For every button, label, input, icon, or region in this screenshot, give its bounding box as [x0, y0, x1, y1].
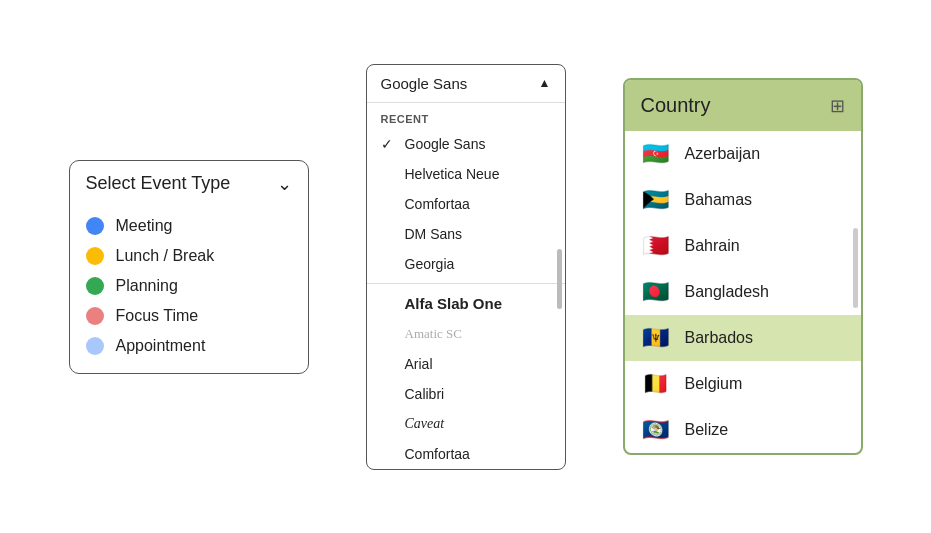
country-dropdown-header[interactable]: Country ⊞: [625, 80, 861, 131]
font-list-item[interactable]: DM Sans: [367, 219, 565, 249]
font-dropdown-header[interactable]: Google Sans ▲: [367, 65, 565, 103]
country-item-label: Barbados: [685, 329, 845, 347]
font-item-label: Alfa Slab One: [405, 295, 551, 312]
checkmark-icon: ✓: [381, 136, 397, 152]
event-type-title: Select Event Type: [86, 173, 231, 194]
event-list-item[interactable]: Lunch / Break: [86, 241, 292, 271]
event-items-list: Meeting Lunch / Break Planning Focus Tim…: [86, 211, 292, 361]
country-list-item[interactable]: 🇧🇿 Belize: [625, 407, 861, 453]
event-item-label: Meeting: [116, 217, 173, 235]
country-body: 🇦🇿 Azerbaijan 🇧🇸 Bahamas 🇧🇭 Bahrain 🇧🇩 B…: [625, 131, 861, 453]
font-section-recent: RECENT: [367, 103, 565, 129]
event-list-item[interactable]: Planning: [86, 271, 292, 301]
event-item-label: Lunch / Break: [116, 247, 215, 265]
font-items-list: ✓ Google Sans Helvetica Neue Comfortaa D…: [367, 129, 565, 469]
country-item-label: Bangladesh: [685, 283, 845, 301]
font-item-label: Helvetica Neue: [405, 166, 551, 182]
country-dropdown[interactable]: Country ⊞ 🇦🇿 Azerbaijan 🇧🇸 Bahamas 🇧🇭 Ba…: [623, 78, 863, 455]
country-dropdown-title: Country: [641, 94, 711, 117]
country-flag-icon: 🇧🇸: [641, 187, 671, 213]
event-type-dropdown[interactable]: Select Event Type ⌄ Meeting Lunch / Brea…: [69, 160, 309, 374]
country-scrollbar-thumb[interactable]: [853, 228, 858, 308]
event-dot-icon: [86, 307, 104, 325]
font-item-label: Caveat: [405, 416, 551, 432]
country-item-label: Belize: [685, 421, 845, 439]
font-list-item[interactable]: Amatic SC: [367, 319, 565, 349]
arrow-up-icon: ▲: [539, 76, 551, 90]
font-list-item[interactable]: Georgia: [367, 249, 565, 279]
font-item-label: Comfortaa: [405, 196, 551, 212]
font-list-item[interactable]: Comfortaa: [367, 439, 565, 469]
font-list-item[interactable]: Calibri: [367, 379, 565, 409]
country-item-label: Azerbaijan: [685, 145, 845, 163]
country-flag-icon: 🇧🇿: [641, 417, 671, 443]
country-list-item[interactable]: 🇧🇧 Barbados: [625, 315, 861, 361]
font-dropdown[interactable]: Google Sans ▲ RECENT ✓ Google Sans Helve…: [366, 64, 566, 470]
font-item-label: Comfortaa: [405, 446, 551, 462]
country-item-label: Bahamas: [685, 191, 845, 209]
event-list-item[interactable]: Focus Time: [86, 301, 292, 331]
country-list-item[interactable]: 🇧🇸 Bahamas: [625, 177, 861, 223]
country-flag-icon: 🇧🇩: [641, 279, 671, 305]
font-list-item[interactable]: Comfortaa: [367, 189, 565, 219]
font-list-item[interactable]: ✓ Google Sans: [367, 129, 565, 159]
font-item-label: Google Sans: [405, 136, 551, 152]
chevron-down-icon: ⌄: [277, 173, 292, 195]
country-list-item[interactable]: 🇦🇿 Azerbaijan: [625, 131, 861, 177]
country-flag-icon: 🇦🇿: [641, 141, 671, 167]
country-flag-icon: 🇧🇧: [641, 325, 671, 351]
font-list-item[interactable]: Caveat: [367, 409, 565, 439]
font-item-label: Arial: [405, 356, 551, 372]
font-item-label: Calibri: [405, 386, 551, 402]
font-list-item[interactable]: Alfa Slab One: [367, 288, 565, 319]
country-item-label: Bahrain: [685, 237, 845, 255]
event-dot-icon: [86, 247, 104, 265]
event-dot-icon: [86, 277, 104, 295]
event-item-label: Planning: [116, 277, 178, 295]
grid-icon: ⊞: [830, 95, 845, 117]
font-item-label: DM Sans: [405, 226, 551, 242]
country-items-list: 🇦🇿 Azerbaijan 🇧🇸 Bahamas 🇧🇭 Bahrain 🇧🇩 B…: [625, 131, 861, 453]
country-list-item[interactable]: 🇧🇩 Bangladesh: [625, 269, 861, 315]
country-list-item[interactable]: 🇧🇭 Bahrain: [625, 223, 861, 269]
country-flag-icon: 🇧🇪: [641, 371, 671, 397]
scrollbar-thumb[interactable]: [557, 249, 562, 309]
event-dot-icon: [86, 217, 104, 235]
event-dot-icon: [86, 337, 104, 355]
font-list-item[interactable]: Helvetica Neue: [367, 159, 565, 189]
font-item-label: Amatic SC: [405, 326, 551, 342]
font-list-item[interactable]: Arial: [367, 349, 565, 379]
event-list-item[interactable]: Meeting: [86, 211, 292, 241]
font-dropdown-body: RECENT ✓ Google Sans Helvetica Neue Comf…: [367, 103, 565, 469]
country-flag-icon: 🇧🇭: [641, 233, 671, 259]
font-item-label: Georgia: [405, 256, 551, 272]
country-list-item[interactable]: 🇧🇪 Belgium: [625, 361, 861, 407]
font-selected-label: Google Sans: [381, 75, 468, 92]
event-item-label: Appointment: [116, 337, 206, 355]
event-list-item[interactable]: Appointment: [86, 331, 292, 361]
event-type-header[interactable]: Select Event Type ⌄: [86, 173, 292, 195]
country-item-label: Belgium: [685, 375, 845, 393]
event-item-label: Focus Time: [116, 307, 199, 325]
